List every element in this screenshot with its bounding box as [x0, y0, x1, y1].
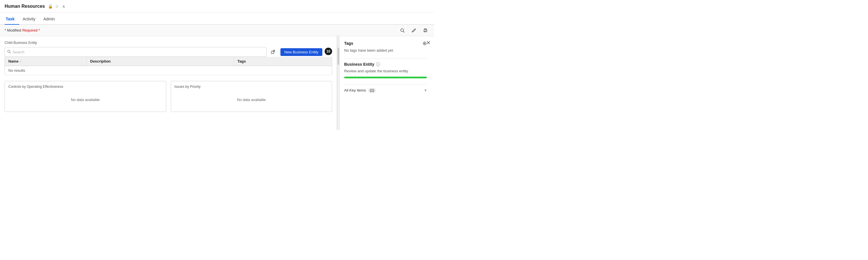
search-button[interactable] — [398, 26, 406, 34]
star-icon[interactable]: ☆ — [55, 4, 59, 9]
be-title: Business Entity — [344, 62, 374, 67]
be-title-row: Business Entity i — [344, 62, 380, 67]
tab-activity[interactable]: Activity — [22, 14, 40, 24]
tags-empty-text: No tags have been added yet. — [344, 48, 427, 53]
cursor-badge: 10 — [324, 47, 332, 55]
progress-bar-container — [344, 77, 427, 78]
all-key-items-row[interactable]: All Key Items (1) ∨ — [344, 88, 427, 92]
col-tags: Tags — [234, 57, 332, 66]
all-key-items-count: (1) — [368, 88, 376, 93]
close-panel-button[interactable]: ✕ — [426, 40, 431, 46]
toolbar-icons — [398, 26, 429, 34]
tags-section-header: Tags ⊕ — [344, 41, 427, 46]
edit-button[interactable] — [410, 26, 418, 34]
modified-label: * Modified — [5, 28, 21, 32]
issues-chart-title: Issues by Priority — [175, 85, 329, 89]
svg-rect-3 — [425, 31, 426, 31]
business-entity-panel-section: Business Entity i Review and update the … — [344, 62, 427, 78]
tags-title: Tags — [344, 41, 353, 45]
new-business-entity-button[interactable]: New Business Entity — [280, 48, 322, 56]
search-bar — [5, 47, 267, 57]
right-panel-wrapper: ✕ Tags ⊕ No tags have been added yet. Bu… — [339, 36, 434, 130]
col-name[interactable]: Name ↑ — [5, 57, 87, 66]
svg-point-5 — [426, 30, 427, 30]
scroll-thumb[interactable] — [338, 47, 339, 65]
child-business-entity-section: Child Business Entity — [5, 41, 332, 75]
tags-section: Tags ⊕ No tags have been added yet. — [344, 41, 427, 53]
all-key-items-label: All Key Items — [344, 88, 366, 92]
progress-bar-fill — [344, 77, 427, 78]
app-header: Human Resources 🔒 ☆ ∧ — [0, 0, 434, 12]
business-entity-table: Name ↑ Description Tags — [5, 57, 332, 75]
table-top-row: New Business Entity 10 — [5, 47, 332, 57]
sort-arrow-icon: ↑ — [20, 60, 21, 63]
chevron-up-icon[interactable]: ∧ — [62, 4, 65, 9]
controls-chart-title: Controls by Operating Effectiveness — [8, 85, 162, 89]
toolbar: * Modified Required * — [0, 25, 434, 36]
chevron-down-icon: ∨ — [424, 88, 427, 92]
controls-chart-box: Controls by Operating Effectiveness No d… — [5, 81, 166, 112]
section-divider — [344, 58, 427, 59]
svg-line-7 — [10, 52, 11, 53]
child-be-label: Child Business Entity — [5, 41, 332, 45]
svg-rect-4 — [425, 31, 426, 32]
charts-row: Controls by Operating Effectiveness No d… — [5, 81, 332, 112]
content-area: Child Business Entity — [0, 36, 337, 130]
issues-no-data: No data available — [175, 91, 329, 108]
lock-icon[interactable]: 🔒 — [48, 4, 53, 9]
svg-line-1 — [403, 31, 404, 32]
main-layout: Child Business Entity — [0, 36, 434, 130]
right-panel: Tags ⊕ No tags have been added yet. Busi… — [340, 36, 431, 97]
info-icon[interactable]: i — [376, 62, 380, 66]
tab-task[interactable]: Task — [5, 14, 19, 24]
section-divider-2 — [344, 84, 427, 85]
scroll-track[interactable] — [337, 36, 339, 130]
search-input[interactable] — [12, 50, 264, 54]
issues-chart-box: Issues by Priority No data available — [171, 81, 332, 112]
search-icon — [7, 50, 11, 54]
tab-bar: Task Activity Admin — [0, 12, 434, 25]
external-link-button[interactable] — [269, 48, 277, 56]
app-title: Human Resources — [5, 4, 45, 9]
controls-no-data: No data available — [8, 91, 162, 108]
col-description: Description — [87, 57, 234, 66]
table-header-row: Name ↑ Description Tags — [5, 57, 332, 66]
required-label: Required * — [22, 28, 40, 32]
svg-point-6 — [8, 50, 10, 53]
tab-admin[interactable]: Admin — [42, 14, 59, 24]
no-results-text: No results — [8, 68, 25, 73]
print-button[interactable] — [422, 26, 429, 34]
be-description: Review and update the business entity. — [344, 69, 427, 73]
table-row: No results — [5, 66, 332, 75]
be-section-header: Business Entity i — [344, 62, 427, 67]
all-key-items-label-group: All Key Items (1) — [344, 88, 376, 92]
